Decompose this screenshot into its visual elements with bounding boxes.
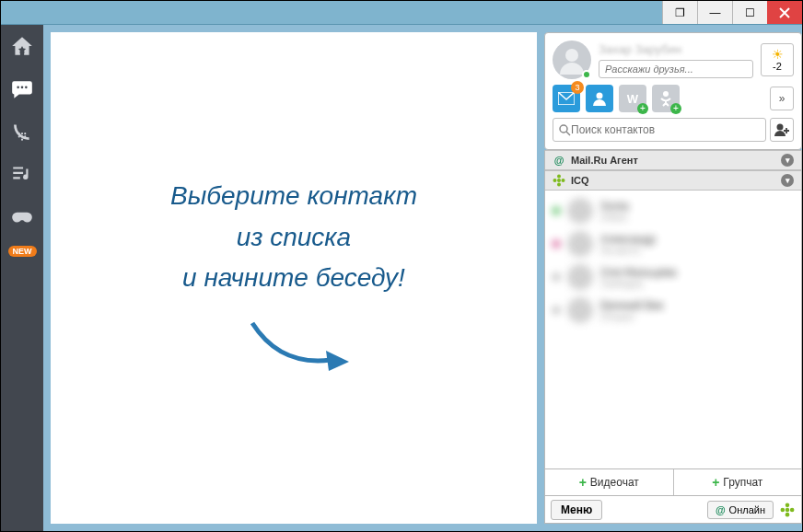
network-row: 3 W + + » <box>553 85 794 112</box>
titlebar: ❐ — ☐ <box>1 1 802 25</box>
person-icon <box>591 90 608 107</box>
svg-point-24 <box>781 507 786 512</box>
sidebar-chat[interactable] <box>9 76 35 102</box>
svg-point-8 <box>24 135 26 137</box>
plus-icon: + <box>579 475 587 490</box>
contact-item[interactable]: АлександрНа месте <box>545 227 801 260</box>
mail-icon[interactable]: 3 <box>553 85 580 112</box>
hint-text: Выберите контакт из списка и начните бес… <box>170 176 417 299</box>
moymir-icon[interactable] <box>586 85 613 112</box>
contacts-blurred: SoniaOnline АлександрНа месте Оля Мальце… <box>545 191 801 468</box>
group-label: ICQ <box>571 175 589 186</box>
window-controls: ❐ — ☐ <box>662 1 802 24</box>
right-panel: Захар Зарубин ☀ -2 3 <box>544 32 802 524</box>
groupchat-button[interactable]: +Групчат <box>674 469 802 495</box>
plus-icon: + <box>712 475 719 490</box>
arrow-icon <box>234 316 354 380</box>
contact-list: @ Mail.Ru Агент ▾ ICQ ▾ SoniaOnline Алек… <box>544 150 802 469</box>
main-area: Выберите контакт из списка и начните бес… <box>43 25 802 531</box>
envelope-icon <box>558 92 575 105</box>
chevron-down-icon: ▾ <box>781 154 794 167</box>
status-dot-icon <box>582 70 591 79</box>
maximize-button[interactable]: ☐ <box>732 1 767 24</box>
home-star-icon <box>10 35 34 59</box>
hint-line1: Выберите контакт <box>170 181 417 210</box>
ok-icon[interactable]: + <box>652 85 680 112</box>
add-plus-icon: + <box>670 103 681 114</box>
vk-icon[interactable]: W + <box>619 85 646 112</box>
playlist-music-icon <box>10 162 34 186</box>
contact-item[interactable]: Оля МальцеваСвободна <box>545 260 801 294</box>
profile-row: Захар Зарубин ☀ -2 <box>553 40 794 79</box>
svg-point-19 <box>553 179 557 182</box>
svg-point-4 <box>21 133 23 134</box>
ok-glyph-icon <box>659 90 672 107</box>
online-status-button[interactable]: @ Онлайн <box>707 501 774 519</box>
svg-point-23 <box>786 512 790 516</box>
videochat-button[interactable]: +Видеочат <box>545 469 674 495</box>
app-body: NEW Выберите контакт из списка и начните… <box>1 25 802 531</box>
search-row <box>553 118 794 142</box>
sidebar-music[interactable] <box>9 161 35 187</box>
svg-point-16 <box>557 179 561 182</box>
mail-badge: 3 <box>571 81 584 94</box>
close-icon <box>779 7 790 18</box>
svg-point-7 <box>21 135 23 137</box>
sidebar-phone[interactable] <box>9 119 35 145</box>
svg-point-17 <box>557 175 561 179</box>
empty-chat-canvas: Выберите контакт из списка и начните бес… <box>51 32 537 524</box>
sidebar-home[interactable] <box>9 34 35 60</box>
svg-point-15 <box>777 124 784 131</box>
sidebar-games[interactable] <box>9 203 35 229</box>
chat-buttons-row: +Видеочат +Групчат <box>544 469 802 496</box>
svg-point-20 <box>562 179 565 182</box>
close-button[interactable] <box>767 1 802 24</box>
svg-point-10 <box>565 49 578 62</box>
contact-item[interactable]: Евгений ВикОтошел <box>545 294 801 327</box>
icq-flower-icon <box>553 174 565 187</box>
svg-point-21 <box>786 507 790 512</box>
svg-point-5 <box>24 133 26 134</box>
group-mailru[interactable]: @ Mail.Ru Агент ▾ <box>545 150 801 170</box>
at-icon: @ <box>716 504 726 515</box>
svg-point-25 <box>790 507 795 512</box>
expand-networks-button[interactable]: » <box>770 87 794 110</box>
group-icq[interactable]: ICQ ▾ <box>545 170 801 191</box>
menu-button[interactable]: Меню <box>551 500 602 520</box>
svg-point-22 <box>786 503 790 507</box>
chat-icon <box>10 77 34 101</box>
hint-line3: и начните беседу! <box>182 263 405 292</box>
sidebar: NEW <box>1 25 43 531</box>
add-plus-icon: + <box>637 103 648 114</box>
avatar[interactable] <box>553 40 591 79</box>
svg-point-13 <box>663 91 669 97</box>
icq-status-icon[interactable] <box>779 502 796 518</box>
add-person-icon <box>774 122 790 137</box>
weather-widget[interactable]: ☀ -2 <box>761 43 794 76</box>
chevron-down-icon: ▾ <box>781 174 794 187</box>
weather-icon: ☀ <box>772 48 784 61</box>
hint-line2: из списка <box>237 223 351 251</box>
search-icon <box>559 124 571 136</box>
weather-temp: -2 <box>773 61 782 72</box>
username: Захар Зарубин <box>599 42 753 56</box>
app-window: ❐ — ☐ NEW <box>0 0 803 532</box>
search-box[interactable] <box>553 118 766 142</box>
profile-card: Захар Зарубин ☀ -2 3 <box>544 32 802 150</box>
add-contact-button[interactable] <box>770 118 794 142</box>
online-label: Онлайн <box>729 504 765 515</box>
contact-item[interactable]: SoniaOnline <box>545 194 801 227</box>
minimize-button[interactable]: — <box>697 1 732 24</box>
search-input[interactable] <box>571 123 760 136</box>
phone-dial-icon <box>10 120 34 144</box>
status-input[interactable] <box>599 60 753 78</box>
svg-point-1 <box>21 87 24 89</box>
cascade-button[interactable]: ❐ <box>662 1 697 24</box>
svg-point-14 <box>560 125 567 133</box>
new-badge: NEW <box>8 246 37 257</box>
group-label: Mail.Ru Агент <box>571 155 638 166</box>
svg-point-12 <box>597 93 603 99</box>
svg-point-6 <box>18 135 20 137</box>
mailru-at-icon: @ <box>553 154 565 167</box>
svg-point-3 <box>18 133 20 134</box>
